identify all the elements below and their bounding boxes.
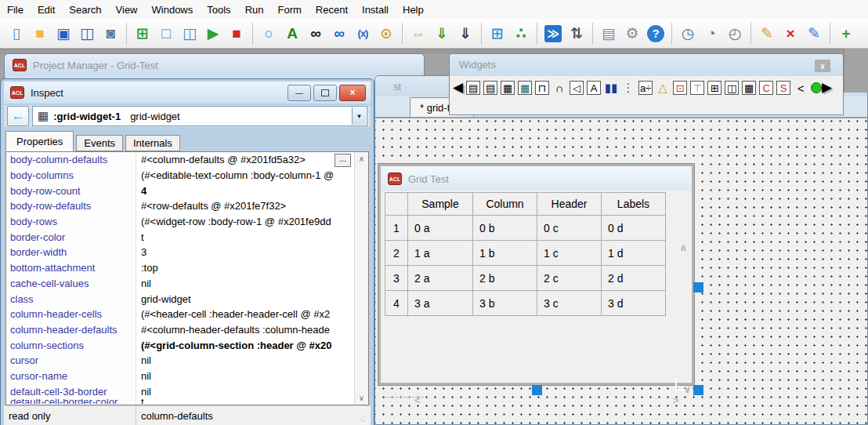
selection-handle-right[interactable] <box>693 282 703 292</box>
property-row[interactable]: body-columns(#<editable-text-column :bod… <box>6 168 368 183</box>
grid-cell[interactable]: 1 b <box>473 241 537 266</box>
clone-window-icon[interactable]: ◫ <box>179 23 201 45</box>
new-window-icon[interactable]: □ <box>155 23 177 45</box>
single-item-list-icon[interactable]: ▤ <box>466 81 480 95</box>
property-row[interactable]: default-cell-border-colort <box>6 399 368 404</box>
paned-window-icon[interactable]: ◫ <box>725 81 739 95</box>
menu-search[interactable]: Search <box>62 2 108 18</box>
resize-grip[interactable]: .··· <box>360 415 368 423</box>
grid-scroll-left-icon[interactable]: < <box>414 397 421 405</box>
widgets-palette-titlebar[interactable]: Widgets x <box>450 54 843 76</box>
grid-cell[interactable]: 2 b <box>473 266 537 291</box>
property-row[interactable]: cursor-namenil <box>6 369 368 384</box>
property-row[interactable]: body-row-count4 <box>6 183 368 198</box>
menu-help[interactable]: Help <box>396 2 431 18</box>
alarm-icon[interactable]: ◔ <box>700 23 722 45</box>
grid-cell[interactable]: 1 c <box>537 241 602 266</box>
property-row[interactable]: cache-cell-valuesnil <box>6 276 368 292</box>
help-icon[interactable]: ? <box>645 23 667 45</box>
grid-column-header[interactable]: Column <box>473 193 537 216</box>
menu-file[interactable]: File <box>0 2 31 18</box>
scroll-down-icon[interactable]: ∨ <box>355 392 368 404</box>
property-row[interactable]: body-column-defaults#<column-defaults @ … <box>6 152 368 168</box>
print-icon[interactable]: ▤ <box>598 23 620 45</box>
static-text-icon[interactable]: A <box>587 81 601 95</box>
clock-icon[interactable]: ◷ <box>677 23 699 45</box>
property-row[interactable]: border-colort <box>6 229 368 245</box>
property-row[interactable]: classgrid-widget <box>6 291 368 307</box>
sort-icon[interactable]: ⇅ <box>566 23 588 45</box>
save-all-icon[interactable]: ◫ <box>76 23 98 45</box>
find-icon[interactable]: ∞ <box>305 23 327 45</box>
grid-cell[interactable]: 2 d <box>602 266 666 291</box>
property-row[interactable]: body-row-defaults#<row-defaults @ #x201f… <box>6 198 368 214</box>
property-row[interactable]: column-header-cells(#<header-cell :heade… <box>6 307 368 322</box>
outline-icon[interactable]: ⋮ <box>621 81 635 95</box>
open-folder-icon[interactable]: ■ <box>29 23 51 45</box>
palette-scroll-left-icon[interactable]: ◀ <box>453 81 463 95</box>
grid-test-titlebar[interactable]: ACL Grid Test <box>382 167 691 191</box>
find-next-icon[interactable]: ∞ <box>328 23 350 45</box>
grid-cell[interactable]: 1 a <box>408 241 473 266</box>
grid-cell[interactable]: 2 c <box>537 266 602 291</box>
grid-column-icon[interactable]: C <box>759 81 773 95</box>
trackbar-icon[interactable]: ◁ <box>570 81 584 95</box>
combo-dropdown-button[interactable]: ▼ <box>352 107 366 125</box>
find-expression-icon[interactable]: (x) <box>352 23 374 45</box>
edit-value-button[interactable]: ... <box>335 154 351 167</box>
grid-cell[interactable]: 0 d <box>602 216 666 241</box>
menu-run[interactable]: Run <box>238 2 271 18</box>
grid-cell[interactable]: 0 a <box>408 216 473 241</box>
property-row[interactable]: border-width3 <box>6 245 368 260</box>
font-icon[interactable]: A <box>281 23 303 45</box>
new-form-icon[interactable]: ⊞ <box>132 23 154 45</box>
run-icon[interactable]: ▶ <box>202 23 224 45</box>
grid-column-header[interactable]: Header <box>537 193 602 216</box>
stop-icon[interactable]: ■ <box>226 23 248 45</box>
grid-cell[interactable]: 3 d <box>602 291 666 316</box>
grid-scroll-right-icon[interactable]: > <box>673 397 679 405</box>
options-gear-icon[interactable]: ⚙ <box>621 23 643 45</box>
menu-edit[interactable]: Edit <box>31 2 62 18</box>
menu-windows[interactable]: Windows <box>145 2 201 18</box>
class-tree-icon[interactable]: ∴ <box>510 23 532 45</box>
property-row[interactable]: body-rows(#<widget-row :body-row-1 @ #x2… <box>6 214 368 230</box>
inspect-titlebar[interactable]: ACL Inspect — × <box>4 82 371 104</box>
edit-delete-icon[interactable]: × <box>779 23 801 45</box>
property-row[interactable]: bottom-attachment:top <box>6 260 368 276</box>
form-designer-canvas[interactable]: ACL Grid Test SampleColumnHeaderLabels10… <box>375 118 867 424</box>
maximize-button[interactable] <box>313 85 337 101</box>
menu-view[interactable]: View <box>109 2 145 18</box>
minimize-button[interactable]: — <box>288 85 311 101</box>
edit-pencil-icon[interactable]: ✎ <box>756 23 778 45</box>
tab-internals[interactable]: Internals <box>125 135 180 151</box>
draw-shape-icon[interactable]: △ <box>656 81 670 95</box>
search-icon[interactable]: ○ <box>258 23 280 45</box>
tab-control-icon[interactable]: ⊤ <box>690 81 704 95</box>
grid-cell[interactable]: 3 a <box>408 291 473 316</box>
check-box-icon[interactable]: ∩ <box>552 81 566 95</box>
close-button[interactable]: × <box>339 85 366 101</box>
import-icon[interactable]: ⇓ <box>431 23 453 45</box>
multi-item-list-icon[interactable]: ▤ <box>483 81 497 95</box>
save-icon[interactable]: ▣ <box>52 23 74 45</box>
grid-cell[interactable]: 3 b <box>473 291 537 316</box>
combo-box-icon[interactable]: ▦ <box>518 81 532 95</box>
new-file-icon[interactable]: ▯ <box>5 23 27 45</box>
inspected-object-combo[interactable]: ▦ :grid-widget-1 grid-widget ▼ <box>32 106 367 126</box>
property-grid-scrollbar[interactable]: ∧ ∨ <box>354 152 368 405</box>
selection-handle-bottom-right[interactable] <box>693 385 703 395</box>
property-row[interactable]: column-sections(#<grid-column-section :h… <box>6 337 368 353</box>
spin-box-icon[interactable]: a÷ <box>638 81 653 95</box>
grid-column-header[interactable]: Sample <box>408 193 473 216</box>
palette-scroll-right-icon[interactable]: ▶ <box>822 81 832 95</box>
grid-section-icon[interactable]: S <box>776 81 790 95</box>
find-in-files-icon[interactable]: ⊙ <box>375 23 397 45</box>
property-row[interactable]: cursornil <box>6 353 368 369</box>
property-row[interactable]: column-header-defaults#<column-header-de… <box>6 322 368 338</box>
grid-widget-icon[interactable]: ▦ <box>742 81 756 95</box>
menu-tools[interactable]: Tools <box>200 2 237 18</box>
grid-scroll-up-icon[interactable]: ∧ <box>679 244 688 252</box>
swap-icon[interactable]: ⇔ <box>407 23 429 45</box>
property-row[interactable]: default-cell-3d-bordernil <box>6 383 368 399</box>
